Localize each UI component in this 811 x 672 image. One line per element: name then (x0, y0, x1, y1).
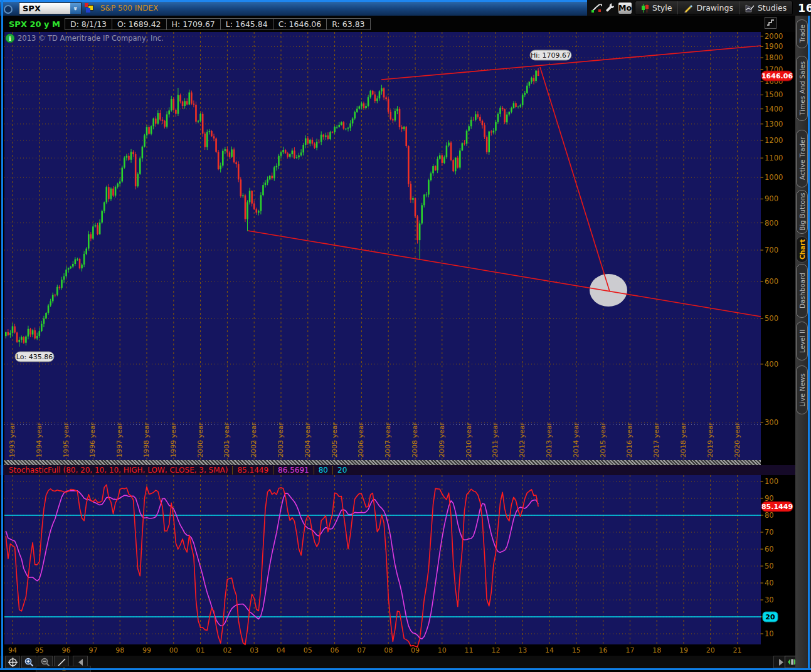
link-color-dot-icon[interactable] (4, 5, 13, 14)
svg-text:20: 20 (765, 613, 775, 621)
stoch-x-label: 98 (115, 646, 124, 654)
stochastic-oversold-value: 20 (333, 466, 351, 475)
symbol-dropdown-button[interactable]: » (70, 3, 81, 14)
stoch-x-label: 95 (35, 646, 44, 654)
right-triangle-icon (778, 659, 784, 666)
panel-separator-right (761, 460, 795, 465)
ohlc-cell: D: 8/1/13 (65, 18, 112, 30)
sidebar-tab-big-buttons[interactable]: Big Buttons (796, 190, 808, 234)
style-link-squares-icon[interactable] (85, 3, 96, 13)
year-axis-label: 2009 year (438, 422, 446, 458)
price-chart[interactable]: 1993 year1994 year1995 year1996 year1997… (0, 32, 795, 460)
year-axis-label: 2008 year (411, 422, 419, 458)
stoch-x-label: 01 (196, 646, 205, 654)
price-axis-label: 1400 (765, 105, 783, 113)
year-axis-label: 2001 year (223, 422, 231, 458)
svg-text:85.1449: 85.1449 (761, 503, 793, 511)
stoch-x-label: 96 (62, 646, 71, 654)
timeframe-button[interactable]: Mo (618, 2, 632, 14)
stoch-x-label: 04 (277, 646, 285, 654)
chart-toolbar-right: Mo Style Dr (587, 0, 811, 16)
price-axis-label: 400 (765, 360, 778, 369)
stoch-axis-label: 40 (765, 579, 774, 587)
zoom-in-icon (24, 658, 34, 667)
svg-text:Hi: 1709.67: Hi: 1709.67 (531, 51, 571, 60)
stoch-x-label: 09 (411, 646, 420, 654)
sidebar-tab-level-ii[interactable]: Level II (796, 322, 808, 360)
panel-separator-handle[interactable] (4, 460, 761, 465)
zoom-in-button[interactable] (21, 656, 36, 668)
year-axis-label: 2017 year (652, 422, 660, 458)
studies-button[interactable]: Studies (739, 1, 792, 14)
sidebar-tab-active-trader[interactable]: Active Trader (796, 130, 808, 187)
bottom-toolbar (0, 656, 795, 668)
pencil-icon (684, 4, 693, 13)
axis-settings-icon[interactable] (765, 17, 777, 29)
stoch-x-label: 12 (491, 646, 500, 654)
crosshair-tool-button[interactable] (5, 656, 20, 668)
stoch-axis-label: 70 (765, 528, 774, 537)
year-axis-label: 2006 year (357, 422, 365, 458)
price-axis-label: 2000 (765, 32, 783, 41)
stoch-axis-label: 50 (765, 562, 774, 570)
ohlc-cell: O: 1689.42 (112, 18, 167, 30)
stoch-x-label: 11 (465, 646, 474, 654)
ohlc-cells: D: 8/1/13O: 1689.42H: 1709.67L: 1645.84C… (65, 18, 371, 30)
last-price: 1646.06 (798, 2, 811, 14)
year-axis-label: 2000 year (196, 422, 204, 458)
ohlc-readout-bar: SPX 20 y M D: 8/1/13O: 1689.42H: 1709.67… (0, 16, 795, 32)
stoch-x-label: 97 (88, 646, 97, 654)
chart-mode-icon[interactable] (591, 2, 602, 14)
price-axis-label: 300 (765, 418, 778, 427)
stoch-x-label: 17 (625, 646, 634, 654)
year-axis-label: 1995 year (62, 422, 70, 458)
symbol-input[interactable]: SPX » (19, 3, 82, 14)
price-axis-label: 700 (765, 246, 778, 255)
stoch-x-label: 03 (250, 646, 258, 654)
drawings-button[interactable]: Drawings (677, 1, 739, 14)
stoch-x-label: 13 (518, 646, 527, 654)
price-axis-label: 1800 (765, 53, 783, 62)
year-axis-label: 2003 year (277, 422, 285, 458)
style-button[interactable]: Style (635, 1, 677, 14)
sidebar-tab-trade[interactable]: Trade (796, 19, 808, 48)
price-axis-label: 600 (765, 277, 778, 286)
ohlc-cell: C: 1646.06 (273, 18, 327, 30)
stochastic-panel[interactable]: 9495969798990001020304050607080910111213… (0, 475, 795, 656)
year-axis-label: 2012 year (518, 422, 526, 458)
year-axis-label: 1993 year (8, 422, 16, 458)
symbol-description: S&P 500 INDEX (100, 4, 158, 13)
svg-text:Lo: 435.86: Lo: 435.86 (16, 353, 53, 361)
double-chevron-down-icon: » (72, 6, 79, 11)
year-axis-label: 1999 year (169, 422, 178, 458)
stoch-x-label: 15 (572, 646, 581, 654)
stoch-x-label: 20 (706, 646, 715, 654)
stoch-axis-label: 30 (765, 596, 774, 604)
frame-border-left (1, 0, 3, 670)
year-axis-label: 1996 year (88, 422, 97, 458)
stoch-x-label: 21 (733, 646, 742, 654)
year-axis-label: 2014 year (572, 422, 580, 458)
price-axis-label: 800 (765, 219, 778, 228)
stoch-axis-label: 60 (765, 545, 774, 554)
sidebar-tab-times-and-sales[interactable]: Times And Sales (796, 56, 808, 121)
stochastic-header[interactable]: StochasticFull (80, 20, 10, 10, HIGH, LO… (0, 465, 795, 475)
sidebar-tab-dashboard[interactable]: Dashboard (796, 264, 808, 318)
year-axis-label: 2020 year (733, 422, 741, 458)
stoch-x-label: 08 (384, 646, 393, 654)
stoch-x-label: 05 (304, 646, 312, 654)
stochastic-fulld-value: 86.5691 (273, 466, 314, 475)
year-axis-label: 2004 year (304, 422, 312, 458)
candlestick-icon (641, 4, 649, 13)
left-triangle-icon (78, 659, 83, 666)
sidebar-tab-chart[interactable]: Chart (796, 236, 808, 263)
ohlc-cell: H: 1709.67 (166, 18, 221, 30)
sidebar-tab-live-news[interactable]: Live News (796, 365, 808, 414)
stoch-x-label: 19 (679, 646, 688, 654)
year-axis-label: 2018 year (679, 422, 687, 458)
price-axis-label: 1500 (765, 90, 783, 99)
stoch-x-label: 16 (599, 646, 608, 654)
stochastic-overbought-value: 80 (314, 466, 332, 475)
stoch-x-label: 18 (652, 646, 661, 654)
settings-wrench-icon[interactable] (605, 2, 615, 14)
